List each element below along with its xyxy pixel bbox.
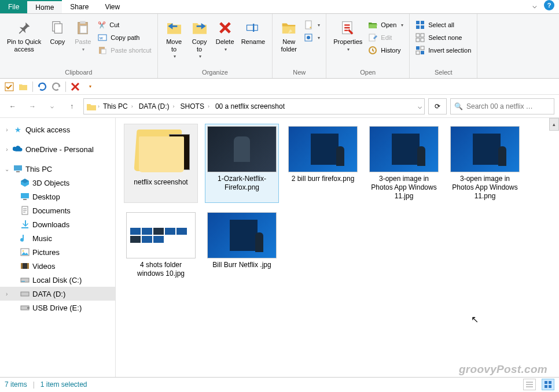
copy-button[interactable]: Copy	[45, 17, 70, 47]
nav-forward-button[interactable]: →	[24, 98, 41, 114]
delete-button[interactable]: Delete▾	[212, 17, 238, 53]
item-label: 4 shots folder windows 10.jpg	[126, 261, 196, 278]
cloud-icon	[13, 144, 23, 154]
svg-rect-49	[549, 385, 551, 388]
svg-text:w: w	[99, 35, 103, 40]
file-item[interactable]: 2 bill burr firefox.png	[286, 124, 360, 203]
nav-up-button[interactable]: ↑	[64, 98, 80, 114]
svg-rect-24	[421, 38, 424, 42]
svg-rect-45	[27, 307, 30, 309]
qat-undo-icon[interactable]	[36, 81, 48, 93]
thumbnail	[207, 126, 277, 172]
group-select-label: Select	[435, 68, 453, 78]
tree-item[interactable]: USB Drive (E:)	[0, 301, 115, 315]
item-label: 1-Ozark-Netflix-Firefox.png	[207, 175, 277, 192]
breadcrumb[interactable]: › This PC› DATA (D:)› SHOTS› 00 a netfli…	[83, 98, 425, 114]
open-button[interactable]: Open▾	[366, 19, 406, 31]
tab-home[interactable]: Home	[27, 0, 62, 13]
group-new-label: New	[293, 68, 306, 78]
svg-rect-18	[421, 21, 424, 24]
tab-file[interactable]: File	[0, 0, 27, 13]
svg-rect-42	[21, 281, 25, 282]
help-icon[interactable]: ?	[544, 0, 554, 10]
easy-access-icon	[304, 33, 313, 42]
svg-rect-32	[21, 193, 29, 198]
properties-button[interactable]: Properties▾	[330, 17, 366, 53]
svg-rect-21	[416, 34, 420, 37]
invert-selection-icon	[415, 46, 425, 55]
tree-this-pc[interactable]: ⌄This PC	[0, 162, 115, 176]
svg-rect-31	[16, 171, 20, 172]
folder-item[interactable]: netflix screenshot	[124, 124, 198, 203]
tree-item[interactable]: Pictures	[0, 245, 115, 259]
details-view-button[interactable]	[523, 379, 536, 390]
tree-item[interactable]: Desktop	[0, 190, 115, 204]
status-selected-count: 1 item selected	[41, 380, 87, 389]
history-button[interactable]: History	[366, 44, 406, 57]
tree-item[interactable]: Music	[0, 231, 115, 245]
thumbnails-view-button[interactable]	[542, 379, 554, 390]
select-none-button[interactable]: Select none	[413, 31, 473, 44]
tree-item[interactable]: 3D Objects	[0, 176, 115, 190]
nav-recent-dropdown[interactable]: ⌵	[44, 98, 60, 114]
tree-item-icon	[20, 302, 30, 313]
qat-redo-icon[interactable]	[50, 81, 62, 93]
tree-item[interactable]: Downloads	[0, 217, 115, 231]
svg-rect-9	[247, 25, 258, 30]
crumb-shots[interactable]: SHOTS›	[178, 102, 212, 110]
paste-button[interactable]: Paste ▾	[70, 17, 95, 53]
qat-folder-icon[interactable]	[17, 81, 29, 93]
history-icon	[368, 46, 377, 55]
new-folder-button[interactable]: New folder	[276, 17, 301, 54]
pin-to-quick-access-button[interactable]: Pin to Quick access	[3, 17, 45, 54]
file-item[interactable]: 3-open image in Photos App Windows 11.pn…	[448, 124, 522, 203]
svg-rect-27	[416, 51, 420, 54]
qat-checkbox-icon[interactable]	[3, 81, 15, 93]
edit-button[interactable]: Edit	[366, 31, 406, 44]
file-item[interactable]: 4 shots folder windows 10.jpg	[124, 210, 198, 280]
tree-onedrive[interactable]: ›OneDrive - Personal	[0, 142, 115, 156]
crumb-dropdown-icon[interactable]: ⌵	[418, 102, 422, 110]
search-icon: 🔍	[454, 102, 463, 110]
tree-item[interactable]: Local Disk (C:)	[0, 273, 115, 287]
tree-item[interactable]: Documents	[0, 204, 115, 217]
crumb-current[interactable]: 00 a netflix screenshot	[213, 102, 287, 110]
tree-item-icon	[20, 289, 30, 299]
tab-share[interactable]: Share	[62, 0, 97, 13]
svg-rect-23	[416, 38, 420, 42]
search-input[interactable]: 🔍 Search 00 a netflix …	[450, 98, 554, 114]
refresh-button[interactable]: ⟳	[428, 98, 447, 114]
svg-rect-4	[80, 26, 87, 34]
easy-access-button[interactable]: ▾	[301, 31, 322, 44]
crumb-this-pc[interactable]: This PC›	[101, 102, 135, 110]
file-item[interactable]: 3-open image in Photos App Windows 11.jp…	[367, 124, 441, 203]
tab-view[interactable]: View	[97, 0, 128, 13]
qat-dropdown-icon[interactable]: ▾	[84, 81, 96, 93]
tree-item-icon	[20, 261, 30, 271]
tree-item-icon	[20, 219, 30, 230]
tree-item[interactable]: Videos	[0, 259, 115, 273]
svg-rect-28	[421, 51, 424, 54]
move-to-button[interactable]: Move to▾	[161, 17, 187, 60]
copy-to-button[interactable]: Copy to▾	[187, 17, 212, 60]
copy-path-button[interactable]: wCopy path	[95, 31, 153, 44]
nav-back-button[interactable]: ←	[5, 98, 21, 114]
rename-button[interactable]: Rename	[238, 17, 269, 47]
paste-shortcut-button[interactable]: Paste shortcut	[95, 44, 153, 57]
thumbnail	[126, 212, 196, 258]
item-label: netflix screenshot	[134, 178, 187, 187]
scrollbar-up-icon[interactable]: ▴	[549, 118, 559, 131]
file-item[interactable]: Bill Burr Netflix .jpg	[205, 210, 279, 280]
select-all-button[interactable]: Select all	[413, 19, 473, 31]
tree-item[interactable]: ›DATA (D:)	[0, 287, 115, 301]
cut-button[interactable]: ✂️Cut	[95, 19, 153, 31]
new-item-button[interactable]: ▾	[301, 19, 322, 31]
invert-selection-button[interactable]: Invert selection	[413, 44, 473, 57]
qat-delete-icon[interactable]	[69, 81, 81, 93]
tree-quick-access[interactable]: ›★Quick access	[0, 123, 115, 136]
file-item[interactable]: 1-Ozark-Netflix-Firefox.png	[205, 124, 279, 203]
crumb-data[interactable]: DATA (D:)›	[137, 102, 177, 110]
item-label: 3-open image in Photos App Windows 11.pn…	[450, 175, 520, 201]
svg-rect-17	[416, 21, 420, 24]
ribbon-collapse-icon[interactable]: ⌵	[528, 0, 542, 13]
